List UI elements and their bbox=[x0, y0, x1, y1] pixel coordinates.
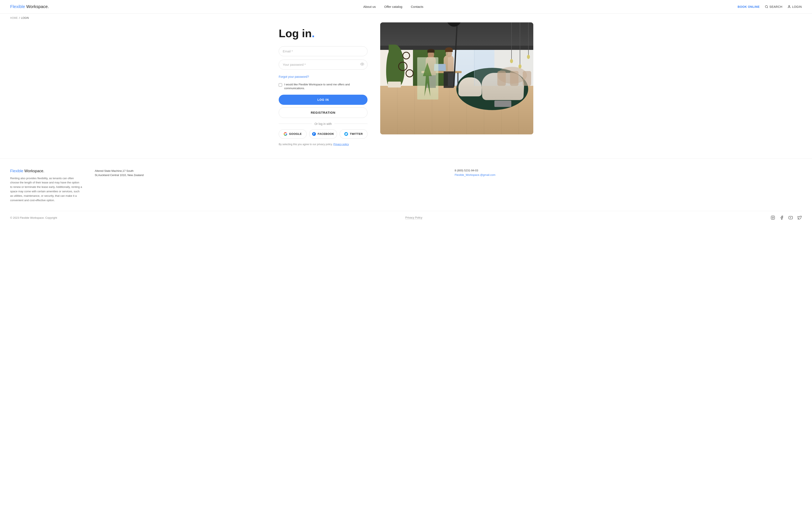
header: Flexible Workspace. About us Offer catal… bbox=[0, 0, 812, 14]
login-panel: Log in. Forgot your password? I would li… bbox=[279, 23, 367, 146]
workspace-image-panel bbox=[380, 23, 533, 146]
address-line1: Altered State Machine,17 South bbox=[95, 169, 442, 173]
user-icon bbox=[787, 5, 791, 9]
login-submit-button[interactable]: LOG IN bbox=[279, 95, 367, 105]
footer-bottom: © 2023 Flexible Workspace. Copyright Pri… bbox=[10, 211, 802, 220]
svg-marker-6 bbox=[790, 217, 791, 218]
email-group bbox=[279, 46, 367, 56]
twitter-icon bbox=[344, 132, 348, 136]
svg-point-2 bbox=[788, 5, 789, 6]
footer: Flexible Workspace. Renting also provide… bbox=[0, 159, 812, 227]
search-button[interactable]: SEARCH bbox=[765, 5, 782, 9]
address-line2: St,Auckland Central 1010, New Zealand bbox=[95, 173, 442, 177]
footer-privacy-link[interactable]: Privacy Policy bbox=[405, 216, 422, 219]
twitter-footer-icon[interactable] bbox=[797, 215, 802, 220]
footer-phone: 8 (800) 5231-94-03 bbox=[455, 169, 802, 172]
header-right: BOOK ONLINE SEARCH LOGIN bbox=[738, 5, 802, 9]
registration-button[interactable]: REGISTRATION bbox=[279, 107, 367, 118]
svg-point-3 bbox=[362, 64, 363, 65]
privacy-policy-link[interactable]: Privacy policy bbox=[333, 143, 349, 146]
footer-top: Flexible Workspace. Renting also provide… bbox=[10, 169, 802, 203]
logo-rest: Workspace. bbox=[25, 4, 49, 9]
workspace-photo bbox=[380, 23, 533, 134]
footer-email-link[interactable]: Flexible_Workspace.@gmail.com bbox=[455, 173, 495, 176]
svg-rect-4 bbox=[771, 216, 775, 220]
breadcrumb-separator: / bbox=[19, 16, 20, 19]
newsletter-checkbox-row: I would like Flexible Workspace to send … bbox=[279, 83, 367, 90]
toggle-password-icon[interactable] bbox=[360, 62, 364, 67]
footer-description: Renting also provides flexibility, as te… bbox=[10, 176, 82, 203]
search-icon bbox=[765, 5, 768, 9]
page-title: Log in. bbox=[279, 28, 367, 40]
password-group bbox=[279, 60, 367, 70]
breadcrumb: HOME / LOGIN bbox=[0, 14, 812, 23]
or-divider: Or log in with bbox=[279, 122, 367, 126]
footer-logo: Flexible Workspace. bbox=[10, 169, 82, 173]
nav-contacts[interactable]: Contacts bbox=[411, 5, 423, 9]
logo: Flexible Workspace. bbox=[10, 4, 49, 9]
book-online-button[interactable]: BOOK ONLINE bbox=[738, 5, 759, 9]
nav-about[interactable]: About us bbox=[363, 5, 376, 9]
footer-contact: 8 (800) 5231-94-03 Flexible_Workspace.@g… bbox=[455, 169, 802, 203]
svg-point-0 bbox=[765, 5, 768, 8]
login-button[interactable]: LOGIN bbox=[787, 5, 802, 9]
email-field[interactable] bbox=[279, 46, 367, 56]
forgot-password-link[interactable]: Forgot your password? bbox=[279, 75, 309, 78]
nav-offer[interactable]: Offer catalog bbox=[384, 5, 402, 9]
facebook-icon: f bbox=[312, 132, 316, 136]
logo-flex: Flexible bbox=[10, 4, 25, 9]
youtube-icon[interactable] bbox=[788, 215, 793, 220]
breadcrumb-home[interactable]: HOME bbox=[10, 16, 18, 19]
svg-line-1 bbox=[767, 8, 768, 8]
facebook-icon[interactable] bbox=[780, 215, 784, 220]
password-field[interactable] bbox=[279, 60, 367, 70]
footer-address: Altered State Machine,17 South St,Auckla… bbox=[95, 169, 442, 203]
main-nav: About us Offer catalog Contacts bbox=[363, 5, 423, 9]
social-login-buttons: GOOGLE f FACEBOOK TWITTER bbox=[279, 129, 367, 138]
footer-copyright: © 2023 Flexible Workspace. Copyright bbox=[10, 216, 57, 219]
privacy-note: By selecting this you agree to our priva… bbox=[279, 143, 367, 146]
main-content: Log in. Forgot your password? I would li… bbox=[269, 23, 543, 159]
newsletter-checkbox[interactable] bbox=[279, 83, 282, 87]
newsletter-label: I would like Flexible Workspace to send … bbox=[284, 83, 367, 90]
facebook-login-button[interactable]: f FACEBOOK bbox=[309, 129, 337, 138]
twitter-login-button[interactable]: TWITTER bbox=[339, 129, 367, 138]
footer-socials bbox=[771, 215, 802, 220]
instagram-icon[interactable] bbox=[771, 215, 775, 220]
google-icon bbox=[284, 132, 287, 136]
google-login-button[interactable]: GOOGLE bbox=[279, 129, 307, 138]
footer-brand: Flexible Workspace. Renting also provide… bbox=[10, 169, 82, 203]
breadcrumb-current: LOGIN bbox=[21, 16, 29, 19]
